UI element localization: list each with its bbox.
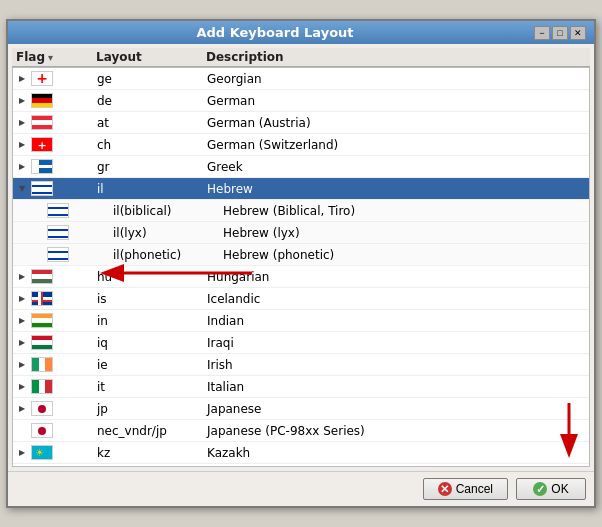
table-row[interactable]: geGeorgian [13, 68, 589, 90]
flag-icon [47, 225, 69, 240]
layout-description: Italian [207, 380, 585, 394]
add-keyboard-layout-dialog: Add Keyboard Layout − □ ✕ Flag ▾ Layout … [6, 19, 596, 508]
table-row[interactable]: nec_vndr/jpJapanese (PC-98xx Series) [13, 420, 589, 442]
dialog-title: Add Keyboard Layout [16, 25, 534, 40]
expand-icon[interactable] [17, 272, 27, 282]
flag-cell [17, 269, 97, 284]
flag-cell [17, 445, 97, 460]
layout-code: il [97, 182, 207, 196]
layout-code: de [97, 94, 207, 108]
table-row[interactable]: iqIraqi [13, 332, 589, 354]
table-container: geGeorgiandeGermanatGerman (Austria)chGe… [12, 67, 590, 467]
table-row[interactable]: deGerman [13, 90, 589, 112]
flag-header[interactable]: Flag ▾ [16, 50, 96, 64]
layout-code: kz [97, 446, 207, 460]
flag-icon [31, 115, 53, 130]
flag-icon [31, 269, 53, 284]
flag-icon [31, 379, 53, 394]
flag-cell [17, 71, 97, 86]
table-row[interactable]: ieIrish [13, 354, 589, 376]
layout-description: Japanese [207, 402, 585, 416]
expand-icon[interactable] [17, 338, 27, 348]
layout-description: Kazakh [207, 446, 585, 460]
table-row[interactable]: khKhmer (Cambodia) [13, 464, 589, 467]
expand-icon[interactable] [17, 316, 27, 326]
flag-icon [31, 445, 53, 460]
table-row[interactable]: huHungarian [13, 266, 589, 288]
flag-dropdown-icon[interactable]: ▾ [48, 52, 53, 63]
layout-code: nec_vndr/jp [97, 424, 207, 438]
layout-description: Iraqi [207, 336, 585, 350]
flag-icon [31, 291, 53, 306]
expand-icon[interactable] [17, 360, 27, 370]
table-row[interactable]: inIndian [13, 310, 589, 332]
table-row[interactable]: ilHebrew [13, 178, 589, 200]
ok-icon: ✓ [533, 482, 547, 496]
layout-description: Hungarian [207, 270, 585, 284]
flag-icon [47, 203, 69, 218]
layout-description: Indian [207, 314, 585, 328]
layout-code: is [97, 292, 207, 306]
layout-code: ge [97, 72, 207, 86]
table-row[interactable]: isIcelandic [13, 288, 589, 310]
flag-cell [33, 203, 113, 218]
layout-code: at [97, 116, 207, 130]
table-row[interactable]: itItalian [13, 376, 589, 398]
flag-cell [17, 423, 97, 438]
minimize-button[interactable]: − [534, 26, 550, 40]
layout-description: Hebrew (lyx) [223, 226, 585, 240]
layout-description: Irish [207, 358, 585, 372]
expand-icon[interactable] [17, 184, 27, 194]
description-header: Description [206, 50, 566, 64]
flag-icon [31, 335, 53, 350]
table-row[interactable]: atGerman (Austria) [13, 112, 589, 134]
layout-header: Layout [96, 50, 206, 64]
expand-icon[interactable] [17, 382, 27, 392]
flag-icon [31, 93, 53, 108]
expand-icon[interactable] [17, 96, 27, 106]
flag-icon [31, 159, 53, 174]
layout-code: iq [97, 336, 207, 350]
expand-icon[interactable] [17, 448, 27, 458]
expand-icon[interactable] [17, 162, 27, 172]
table-row[interactable]: il(phonetic)Hebrew (phonetic) [13, 244, 589, 266]
flag-icon [47, 247, 69, 262]
layout-code: it [97, 380, 207, 394]
flag-icon [31, 423, 53, 438]
layout-table[interactable]: geGeorgiandeGermanatGerman (Austria)chGe… [12, 67, 590, 467]
cancel-button[interactable]: ✕ Cancel [423, 478, 508, 500]
maximize-button[interactable]: □ [552, 26, 568, 40]
layout-code: hu [97, 270, 207, 284]
table-row[interactable]: chGerman (Switzerland) [13, 134, 589, 156]
flag-cell [17, 357, 97, 372]
flag-cell [17, 291, 97, 306]
table-row[interactable]: grGreek [13, 156, 589, 178]
expand-icon[interactable] [17, 404, 27, 414]
layout-description: Greek [207, 160, 585, 174]
table-row[interactable]: il(lyx)Hebrew (lyx) [13, 222, 589, 244]
layout-description: Hebrew [207, 182, 585, 196]
expand-icon[interactable] [17, 74, 27, 84]
flag-icon [31, 71, 53, 86]
dialog-content: Flag ▾ Layout Description geGeorgiandeGe… [8, 44, 594, 471]
flag-cell [17, 335, 97, 350]
ok-button[interactable]: ✓ OK [516, 478, 586, 500]
flag-cell [17, 159, 97, 174]
table-row[interactable]: jpJapanese [13, 398, 589, 420]
table-row[interactable]: il(biblical)Hebrew (Biblical, Tiro) [13, 200, 589, 222]
flag-cell [17, 93, 97, 108]
layout-description: German (Austria) [207, 116, 585, 130]
expand-icon[interactable] [17, 118, 27, 128]
flag-icon [31, 401, 53, 416]
layout-code: in [97, 314, 207, 328]
expand-icon[interactable] [17, 294, 27, 304]
flag-cell [17, 115, 97, 130]
flag-cell [33, 247, 113, 262]
close-button[interactable]: ✕ [570, 26, 586, 40]
expand-icon[interactable] [17, 140, 27, 150]
table-row[interactable]: kzKazakh [13, 442, 589, 464]
layout-description: German [207, 94, 585, 108]
layout-code: gr [97, 160, 207, 174]
layout-description: German (Switzerland) [207, 138, 585, 152]
layout-description: Hebrew (Biblical, Tiro) [223, 204, 585, 218]
